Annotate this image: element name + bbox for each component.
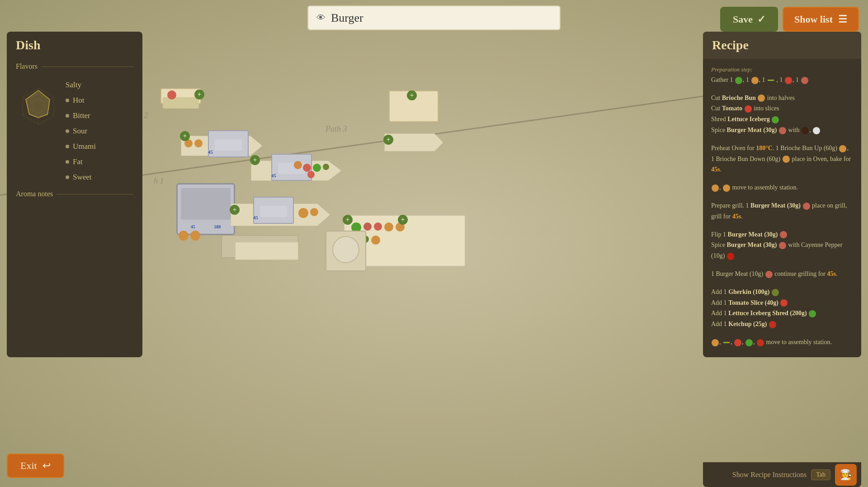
food-tomato-1 <box>167 90 176 99</box>
flavor-salty: Salty <box>66 80 96 90</box>
oven: 45180 <box>176 183 235 235</box>
aroma-section-title: Aroma notes <box>7 186 142 200</box>
showlist-label: Show list <box>794 14 833 25</box>
food-bun-lower-2 <box>310 208 318 216</box>
recipe-section-6: 1 Burger Meat (10g) continue grilling fo… <box>711 269 853 279</box>
exit-button[interactable]: Exit ↩ <box>7 454 64 478</box>
path-label-3: Path 3 <box>326 124 347 134</box>
path-label-1: h 1 <box>154 176 164 186</box>
recipe-section-4: Prepare grill. 1 Burger Meat (30g) place… <box>711 200 853 222</box>
food-bun-3 <box>294 161 302 169</box>
top-right-buttons: Save ✓ Show list ☰ <box>720 7 859 32</box>
assembly-station <box>326 231 366 271</box>
flavor-fat-label: Fat <box>73 157 83 166</box>
dish-name-text: Burger <box>331 11 363 25</box>
flavor-sour-dot <box>66 129 69 133</box>
recipe-section-2: Preheat Oven for 180°C. 1 Brioche Bun Up… <box>711 143 853 175</box>
recipe-text-2: Preheat Oven for 180°C. 1 Brioche Bun Up… <box>711 143 853 175</box>
show-recipe-label: Show Recipe Instructions <box>732 471 807 479</box>
recipe-panel: Recipe Preparation step: Gather 1 , 1 , … <box>703 32 861 357</box>
recipe-text-6: 1 Burger Meat (10g) continue grilling fo… <box>711 269 853 279</box>
station-shelf-1 <box>163 97 199 109</box>
recipe-text-9: Use the prepared ingredients to compose … <box>711 355 853 357</box>
flavors-section-title: Flavors <box>7 59 142 72</box>
recipe-section-0: Preparation step: Gather 1 , 1 , 1 , 1 ,… <box>711 65 853 85</box>
recipe-text-4: Prepare grill. 1 Burger Meat (30g) place… <box>711 200 853 222</box>
assembly-plate <box>332 236 359 263</box>
recipe-section-7: Add 1 Gherkin (100g) Add 1 Tomato Slice … <box>711 287 853 330</box>
flavor-bitter-dot <box>66 114 69 118</box>
food-tomato-3 <box>307 171 315 178</box>
flavor-sour: Sour <box>66 127 96 136</box>
flavor-umami-dot <box>66 145 69 148</box>
flavor-hot-label: Hot <box>73 96 85 105</box>
recipe-section-9: Use the prepared ingredients to compose … <box>711 355 853 357</box>
recipe-section-8: , , , , move to assembly station. <box>711 337 853 348</box>
recipe-text-7: Add 1 Gherkin (100g) Add 1 Tomato Slice … <box>711 287 853 330</box>
conveyor-3 <box>384 133 443 151</box>
add-btn-1[interactable]: + <box>194 90 204 99</box>
oven-door <box>181 188 231 220</box>
radar-chart <box>16 77 61 131</box>
eye-icon: 👁 <box>316 13 326 23</box>
flavor-fat-dot <box>66 160 69 164</box>
flavor-umami-label: Umami <box>73 142 96 151</box>
oven-controls: 45180 <box>178 223 234 230</box>
svg-marker-3 <box>26 90 50 118</box>
dish-panel-title: Dish <box>7 32 142 59</box>
food-bun-2 <box>194 139 203 147</box>
flavor-bitter-label: Bitter <box>73 111 90 120</box>
food-gherkin-1 <box>323 164 329 170</box>
recipe-text-8: , , , , move to assembly station. <box>711 337 853 348</box>
recipe-section-1: Cut Brioche Bun into halves Cut Tomato i… <box>711 93 853 136</box>
add-btn-2[interactable]: + <box>180 131 190 141</box>
flavor-labels: Salty Hot Bitter Sour Umami Fat <box>66 77 96 182</box>
save-button[interactable]: Save ✓ <box>720 7 778 32</box>
add-btn-7[interactable]: + <box>343 215 353 225</box>
flavor-sweet-dot <box>66 175 69 179</box>
flavor-hot-dot <box>66 99 69 102</box>
device-label-1: 45 <box>208 149 213 155</box>
showlist-icon: ☰ <box>838 14 847 25</box>
device-screen <box>215 139 242 151</box>
dish-panel: Dish Flavors <box>7 32 142 357</box>
add-btn-4[interactable]: + <box>383 135 393 145</box>
recipe-text-3: , move to assembly station. <box>711 182 853 193</box>
save-label: Save <box>733 14 753 25</box>
add-btn-6[interactable]: + <box>230 205 240 215</box>
flavor-chart-area: Salty Hot Bitter Sour Umami Fat <box>7 72 142 186</box>
flavor-bitter: Bitter <box>66 111 96 120</box>
recipe-text-0: Gather 1 , 1 , 1 , 1 , 1 <box>711 75 853 85</box>
dish-name-input[interactable]: 👁 Burger <box>307 5 561 30</box>
chef-icon-button[interactable]: 👨‍🍳 <box>835 464 857 486</box>
recipe-text-5: Flip 1 Burger Meat (30g) Spice Burger Me… <box>711 229 853 261</box>
flavor-salty-label: Salty <box>66 80 81 90</box>
device-label-2: 45 <box>271 173 276 178</box>
food-bun-lower-1 <box>298 208 308 218</box>
food-lettuce-1 <box>313 164 321 172</box>
recipe-section-5: Flip 1 Burger Meat (30g) Spice Burger Me… <box>711 229 853 261</box>
flavor-hot: Hot <box>66 96 96 105</box>
recipe-content[interactable]: Preparation step: Gather 1 , 1 , 1 , 1 ,… <box>703 59 861 357</box>
flavor-sweet-label: Sweet <box>73 173 92 182</box>
flavor-sweet: Sweet <box>66 173 96 182</box>
flavor-sour-label: Sour <box>73 127 87 136</box>
conveyor-bottom-1 <box>235 242 298 260</box>
add-btn-5[interactable]: + <box>407 90 417 100</box>
tab-key: Tab <box>811 469 830 480</box>
add-btn-8[interactable]: + <box>398 215 408 225</box>
flavor-fat: Fat <box>66 157 96 166</box>
showlist-button[interactable]: Show list ☰ <box>783 7 859 32</box>
add-btn-3[interactable]: + <box>250 155 260 165</box>
recipe-bottom-bar: Show Recipe Instructions Tab 👨‍🍳 <box>703 462 861 487</box>
exit-icon: ↩ <box>42 460 51 472</box>
recipe-text-1: Cut Brioche Bun into halves Cut Tomato i… <box>711 93 853 136</box>
save-check-icon: ✓ <box>757 14 765 25</box>
flavor-umami: Umami <box>66 142 96 151</box>
recipe-section-3: , move to assembly station. <box>711 182 853 193</box>
recipe-label-0: Preparation step: <box>711 65 853 75</box>
oven-items <box>179 231 200 241</box>
exit-label: Exit <box>20 460 37 472</box>
recipe-panel-title: Recipe <box>703 32 861 59</box>
